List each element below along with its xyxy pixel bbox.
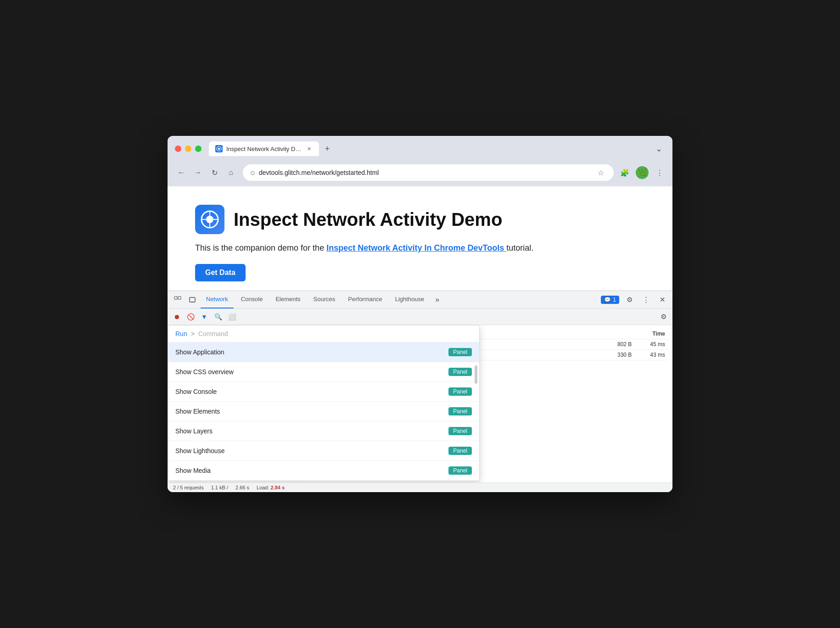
close-traffic-light[interactable] [175, 146, 181, 152]
console-panel-badge: Panel [448, 387, 472, 396]
url-text: devtools.glitch.me/network/getstarted.ht… [259, 169, 592, 176]
layers-panel-badge: Panel [448, 427, 472, 435]
devtools-toolbar: Network Console Elements Sources Perform… [168, 291, 672, 308]
devtools-settings-button[interactable]: ⚙ [623, 293, 636, 306]
chrome-menu-button[interactable]: ⋮ [654, 167, 665, 178]
address-actions: ☆ [595, 167, 606, 178]
lighthouse-tab-label: Lighthouse [395, 296, 425, 303]
network-content: ▼ Filter All Fetch/XHR Doc Blocked reque… [168, 325, 672, 482]
device-toolbar-button[interactable] [186, 293, 199, 306]
show-console-label: Show Console [175, 388, 217, 395]
page-content: Inspect Network Activity Demo This is th… [168, 186, 672, 291]
devtools-close-button[interactable]: ✕ [656, 293, 669, 306]
tab-lighthouse[interactable]: Lighthouse [390, 291, 430, 308]
active-tab[interactable]: Inspect Network Activity Dem ✕ [209, 141, 319, 156]
filter-button[interactable]: ▼ [199, 311, 210, 322]
command-scrollbar-thumb [475, 365, 477, 384]
show-css-overview-label: Show CSS overview [175, 368, 234, 376]
devtools-panel: Network Console Elements Sources Perform… [168, 291, 672, 492]
badge-icon: 💬 [604, 297, 611, 303]
maximize-traffic-light[interactable] [195, 146, 202, 152]
svg-point-1 [218, 148, 220, 150]
command-item-show-console[interactable]: Show Console Panel [168, 382, 479, 402]
capture-screenshots-button[interactable]: ⬜ [226, 311, 237, 322]
page-description: This is the companion demo for the Inspe… [195, 243, 645, 253]
minimize-traffic-light[interactable] [185, 146, 191, 152]
svg-rect-7 [178, 297, 181, 299]
lighthouse-panel-badge: Panel [448, 447, 472, 455]
tab-sources[interactable]: Sources [308, 291, 341, 308]
bookmark-button[interactable]: ☆ [595, 167, 606, 178]
search-button[interactable]: 🔍 [213, 311, 224, 322]
getstarted-js-time: 43 ms [650, 352, 665, 358]
load-time: 2.84 s [271, 485, 285, 490]
media-panel-badge: Panel [448, 466, 472, 475]
load-label: Load: 2.84 s [257, 485, 285, 490]
new-tab-button[interactable]: + [321, 142, 334, 155]
show-media-label: Show Media [175, 467, 211, 474]
command-palette: Run > Command Show Application Panel Sho… [168, 325, 480, 481]
clear-button[interactable]: 🚫 [185, 311, 196, 322]
svg-rect-8 [190, 297, 195, 302]
devtools-link[interactable]: Inspect Network Activity In Chrome DevTo… [326, 243, 506, 252]
home-button[interactable]: ⌂ [224, 166, 237, 179]
show-elements-label: Show Elements [175, 408, 220, 415]
tabs-row: Inspect Network Activity Dem ✕ + ⌄ [209, 141, 665, 156]
command-item-show-layers[interactable]: Show Layers Panel [168, 421, 479, 441]
more-tabs-button[interactable]: » [431, 296, 443, 304]
profile-avatar[interactable]: 🌿 [636, 166, 649, 179]
browser-window: Inspect Network Activity Dem ✕ + ⌄ ← → ↻… [168, 136, 672, 492]
tab-console[interactable]: Console [235, 291, 269, 308]
site-info-icon: ⊙ [250, 169, 255, 176]
console-messages-badge[interactable]: 💬 1 [601, 296, 619, 304]
badge-count: 1 [613, 297, 616, 303]
tab-network[interactable]: Network [201, 291, 234, 308]
record-button[interactable]: ⏺ [171, 311, 182, 322]
main-css-size: 802 B [617, 341, 632, 348]
svg-rect-6 [174, 297, 177, 299]
command-placeholder: Command [198, 330, 228, 337]
get-data-button[interactable]: Get Data [195, 264, 246, 281]
reload-button[interactable]: ↻ [208, 166, 221, 179]
command-item-show-css-overview[interactable]: Show CSS overview Panel [168, 362, 479, 382]
tab-close-button[interactable]: ✕ [305, 145, 313, 152]
command-item-show-media[interactable]: Show Media Panel [168, 461, 479, 481]
title-bar: Inspect Network Activity Dem ✕ + ⌄ [168, 136, 672, 161]
finish-time: 2.66 s [235, 485, 249, 490]
getstarted-js-size: 330 B [617, 352, 632, 358]
network-panel: ⏺ 🚫 ▼ 🔍 ⬜ ⚙ ▼ Filter All Fe [168, 308, 672, 492]
command-item-show-lighthouse[interactable]: Show Lighthouse Panel [168, 441, 479, 461]
network-tab-label: Network [206, 296, 228, 303]
inspect-element-button[interactable] [171, 293, 184, 306]
extensions-button[interactable]: 🧩 [619, 167, 630, 178]
traffic-lights [175, 146, 202, 152]
devtools-right-actions: 💬 1 ⚙ ⋮ ✕ [601, 293, 669, 306]
network-toolbar: ⏺ 🚫 ▼ 🔍 ⬜ ⚙ [168, 308, 672, 325]
command-scrollbar[interactable] [475, 365, 477, 481]
run-label: Run [175, 330, 187, 337]
elements-tab-label: Elements [275, 296, 300, 303]
command-input-row: Run > Command [168, 325, 479, 342]
time-column-header: Time [652, 331, 665, 337]
network-settings-button[interactable]: ⚙ [658, 311, 669, 322]
elements-panel-badge: Panel [448, 407, 472, 415]
back-button[interactable]: ← [175, 166, 188, 179]
show-layers-label: Show Layers [175, 427, 213, 435]
devtools-menu-button[interactable]: ⋮ [639, 293, 652, 306]
tab-elements[interactable]: Elements [270, 291, 306, 308]
tab-performance[interactable]: Performance [342, 291, 387, 308]
performance-tab-label: Performance [348, 296, 382, 303]
description-prefix: This is the companion demo for the [195, 243, 326, 252]
tab-title: Inspect Network Activity Dem [226, 146, 302, 152]
main-css-time: 45 ms [650, 341, 665, 348]
command-item-show-elements[interactable]: Show Elements Panel [168, 402, 479, 421]
nav-buttons: ← → ↻ ⌂ [175, 166, 237, 179]
command-item-show-application[interactable]: Show Application Panel [168, 342, 479, 362]
tab-menu-button[interactable]: ⌄ [652, 142, 665, 155]
page-header: Inspect Network Activity Demo [195, 205, 645, 234]
requests-count: 2 / 5 requests [173, 485, 204, 490]
command-separator: > [191, 330, 195, 337]
forward-button[interactable]: → [191, 166, 204, 179]
address-bar: ← → ↻ ⌂ ⊙ devtools.glitch.me/network/get… [168, 161, 672, 186]
address-input[interactable]: ⊙ devtools.glitch.me/network/getstarted.… [243, 164, 614, 181]
